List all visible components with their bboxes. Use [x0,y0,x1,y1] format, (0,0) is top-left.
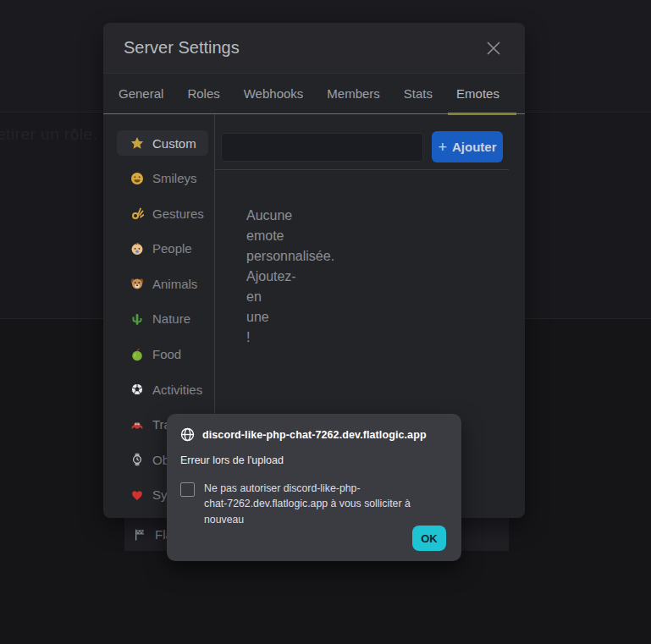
sidebar-item-custom[interactable]: Custom [117,130,208,156]
baby-icon [130,242,144,256]
flag-icon [133,528,146,542]
star-icon [130,136,144,150]
sidebar-item-label: Custom [152,136,196,151]
heart-icon [130,488,144,502]
dont-ask-again-checkbox[interactable] [180,482,195,497]
globe-icon [180,427,195,442]
tab-roles[interactable]: Roles [179,74,228,115]
page-title: Server Settings [124,38,240,58]
soccer-ball-icon [130,383,144,396]
sidebar-item-smileys[interactable]: Smileys [117,166,208,191]
sidebar-item-label: People [152,241,192,256]
close-icon[interactable] [483,37,505,59]
sidebar-item-label: Smileys [152,171,197,185]
sidebar-item-gestures[interactable]: Gestures [117,201,208,226]
browser-alert-dialog: discord-like-php-chat-7262.dev.flatlogic… [167,414,461,561]
emote-name-input[interactable] [221,133,423,162]
sidebar-item-food[interactable]: Food [117,342,208,367]
dialog-origin-text: discord-like-php-chat-7262.dev.flatlogic… [202,429,427,441]
tab-webhooks[interactable]: Webhooks [235,74,312,115]
smiley-icon [130,172,144,185]
modal-header: Server Settings [103,23,525,74]
dialog-checkbox-row: Ne pas autoriser discord-like-php- chat-… [180,481,448,527]
sidebar-item-animals[interactable]: Animals [117,271,208,296]
watch-icon [130,453,144,466]
dont-ask-again-label[interactable]: Ne pas autoriser discord-like-php- chat-… [204,481,448,527]
tab-stats[interactable]: Stats [395,74,441,115]
ok-button[interactable]: OK [412,526,446,551]
sidebar-item-label: Nature [152,311,190,326]
empty-emotes-message: Aucune emote personnalisée. Ajoutez- en … [246,206,334,348]
add-emote-button-label: Ajouter [452,140,497,154]
sidebar-item-label: Food [152,347,181,361]
tab-members[interactable]: Members [318,74,389,115]
background-faint-text: etirer un rôle. [0,125,97,144]
ok-hand-icon [130,206,144,220]
sidebar-item-label: Activities [152,383,202,397]
add-emote-button[interactable]: + Ajouter [432,131,503,162]
sidebar-item-activities[interactable]: Activities [117,377,208,402]
tab-general[interactable]: General [110,74,172,115]
plus-icon: + [438,140,447,155]
tab-emotes[interactable]: Emotes [448,74,516,115]
sidebar-item-people[interactable]: People [117,236,208,261]
dialog-origin-row: discord-like-php-chat-7262.dev.flatlogic… [180,427,448,442]
dialog-message: Erreur lors de l'upload [180,454,448,466]
settings-tab-bar: General Roles Webhooks Members Stats Emo… [103,74,525,114]
apple-icon [130,348,144,361]
cactus-icon [130,312,144,326]
car-icon [130,418,144,432]
sidebar-item-nature[interactable]: Nature [117,306,208,332]
sidebar-item-label: Animals [152,277,197,291]
sidebar-item-label: Gestures [152,206,204,221]
dog-icon [130,277,144,290]
content-top-border [214,169,509,170]
